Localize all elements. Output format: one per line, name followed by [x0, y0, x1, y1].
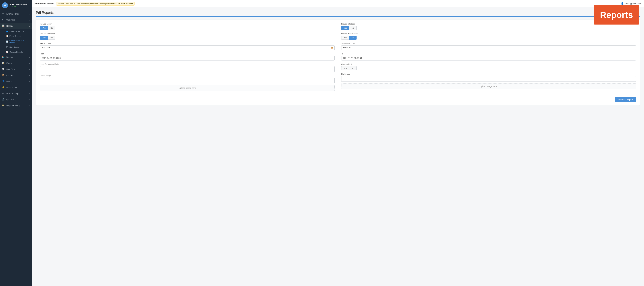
include-infodesk-no-btn[interactable]: No [349, 26, 356, 30]
primary-color-input[interactable] [40, 45, 334, 50]
sidebar: AK Afnan Khushnood ● Online ⚙ Event Sett… [0, 0, 32, 286]
sidebar-item-event-settings[interactable]: ⚙ Event Settings ‹ [0, 11, 32, 17]
sidebar-sub-consolidated-pdf[interactable]: 📄 Consolidated PDF Report [0, 39, 32, 45]
custom-html-no-btn[interactable]: No [349, 66, 356, 70]
event-settings-icon: ⚙ [2, 13, 5, 16]
include-booths-yes-btn[interactable]: Yes [341, 36, 349, 40]
chevron-down-icon: › [29, 25, 30, 27]
from-section: From [40, 53, 334, 61]
include-lobby-yes-btn[interactable]: Yes [40, 26, 48, 30]
sidebar-item-new-chat[interactable]: 💬 New Chat ‹ [0, 66, 32, 72]
custom-html-section: Custom Html Yes No [341, 63, 636, 70]
include-booths-no-btn[interactable]: No [349, 36, 356, 40]
include-infodesk-section: Include Infodesk Yes No [341, 23, 636, 30]
forms-icon: 📝 [2, 62, 5, 65]
chevron-icon: ‹ [29, 56, 30, 58]
sidebar-item-users[interactable]: 👤 Users ‹ [0, 78, 32, 85]
home-image-section: Home Image Upload image here [40, 75, 334, 91]
from-label: From [40, 53, 334, 55]
include-booths-section: Include Booths stats Yes No [341, 33, 636, 40]
include-auditorium-toggle: Yes No [40, 36, 334, 40]
home-image-input[interactable] [40, 78, 334, 83]
secondary-color-label: Secondary Color [341, 42, 636, 44]
color-picker-icon[interactable]: 🎨 [331, 47, 333, 49]
content-area: Pdf Reports Include Lobby Yes No In [32, 8, 644, 286]
sidebar-item-forms[interactable]: 📝 Forms ‹ [0, 60, 32, 66]
custom-html-yes-btn[interactable]: Yes [341, 66, 349, 70]
custom-reports-icon: 📈 [6, 51, 8, 53]
avatar: AK [2, 2, 8, 9]
main-area: Brainstorm Bunch Current Date/Time in Ev… [32, 0, 644, 286]
sidebar-item-booths[interactable]: 🏪 Booths ‹ [0, 54, 32, 60]
home-image-upload[interactable]: Upload image here [40, 85, 334, 91]
include-infodesk-toggle: Yes No [341, 26, 636, 30]
sidebar-sub-audience-reports[interactable]: 👥 Audience Reports [0, 29, 32, 34]
event-datetime: November 17, 2021, 5:53 am [108, 3, 133, 5]
include-infodesk-yes-btn[interactable]: Yes [341, 26, 349, 30]
hall-image-label: Hall Image [341, 73, 636, 75]
chevron-icon: ‹ [29, 19, 30, 21]
include-lobby-no-btn[interactable]: No [48, 26, 55, 30]
chevron-icon: ‹ [29, 69, 30, 70]
logo-bg-color-label: Logo Background Color [40, 63, 334, 65]
sidebar-item-reports[interactable]: 📊 Reports › [0, 23, 32, 29]
to-input[interactable] [341, 56, 636, 61]
chevron-icon: ‹ [29, 63, 30, 64]
include-lobby-section: Include Lobby Yes No [40, 23, 334, 30]
sidebar-item-webinars[interactable]: ▶ Webinars ‹ [0, 17, 32, 23]
topbar-notice: Current Date/Time in Event Timezone (Ame… [56, 2, 134, 6]
hall-image-upload[interactable]: Upload image here. [341, 83, 636, 89]
to-label: To [341, 53, 636, 55]
chevron-icon: ‹ [29, 105, 30, 107]
users-icon: 👤 [2, 80, 5, 83]
topbar-user: 👤 afnan@vfairs.com [621, 2, 641, 5]
event-reports-icon: 📋 [6, 35, 8, 37]
content-icon: 📦 [2, 74, 5, 77]
chevron-icon: ‹ [29, 93, 30, 95]
profile-info: Afnan Khushnood ● Online [10, 3, 27, 8]
journey-icon: 🗺 [6, 46, 8, 48]
sidebar-item-content[interactable]: 📦 Content ‹ [0, 72, 32, 78]
sidebar-sub-user-journey[interactable]: 🗺 User Journey [0, 45, 32, 50]
sidebar-sub-custom-reports[interactable]: 📈 Custom Reports [0, 50, 32, 54]
notifications-icon: 🔔 [2, 86, 5, 89]
brand-name: Brainstorm Bunch [34, 2, 54, 5]
more-settings-icon: ⚙ [2, 92, 5, 95]
include-infodesk-label: Include Infodesk [341, 23, 636, 25]
custom-html-toggle: Yes No [341, 66, 636, 70]
chat-icon: 💬 [2, 68, 5, 71]
from-input[interactable] [40, 56, 334, 61]
chevron-icon: ‹ [29, 13, 30, 15]
reports-icon: 📊 [2, 25, 5, 28]
include-auditorium-section: Include Auditorium Yes No [40, 33, 334, 40]
include-auditorium-no-btn[interactable]: No [48, 36, 55, 40]
include-auditorium-label: Include Auditorium [40, 33, 334, 35]
include-booths-toggle: Yes No [341, 36, 636, 40]
include-auditorium-yes-btn[interactable]: Yes [40, 36, 48, 40]
pdf-icon: 📄 [6, 41, 8, 43]
chevron-icon: ‹ [29, 81, 30, 82]
user-email: afnan@vfairs.com [625, 3, 641, 5]
sidebar-item-more-settings[interactable]: ⚙ More Settings ‹ [0, 91, 32, 97]
profile-status: ● Online [10, 6, 27, 8]
sidebar-item-notifications[interactable]: 🔔 Notifications [0, 85, 32, 91]
booths-icon: 🏪 [2, 56, 5, 59]
logo-bg-color-section: Logo Background Color [40, 63, 334, 72]
include-booths-label: Include Booths stats [341, 33, 636, 35]
generate-report-button[interactable]: Generate Report [615, 97, 636, 102]
qa-icon: 🔬 [2, 98, 5, 101]
include-lobby-label: Include Lobby [40, 23, 334, 25]
user-avatar-icon: 👤 [621, 2, 624, 5]
sidebar-sub-event-reports[interactable]: 📋 Event Reports [0, 34, 32, 39]
logo-bg-color-input[interactable] [40, 66, 334, 72]
hall-image-input[interactable] [341, 76, 636, 82]
secondary-color-input[interactable] [341, 45, 636, 50]
sidebar-profile: AK Afnan Khushnood ● Online [0, 0, 32, 11]
sidebar-item-payment-setup[interactable]: 💳 Payment Setup ‹ [0, 103, 32, 109]
primary-color-section: Primary Color 🎨 [40, 42, 334, 50]
webinars-icon: ▶ [2, 19, 5, 22]
primary-color-label: Primary Color [40, 42, 334, 44]
chevron-icon: ‹ [29, 75, 30, 76]
sidebar-item-qa-testing[interactable]: 🔬 QA Testing ‹ [0, 97, 32, 103]
payment-icon: 💳 [2, 104, 5, 107]
